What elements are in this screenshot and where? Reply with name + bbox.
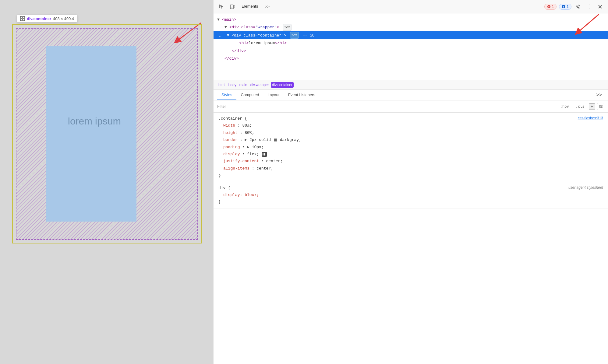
dom-line-close-container[interactable]: </div> <box>214 47 608 55</box>
rule-selector-ua: div { <box>218 186 230 190</box>
svg-rect-16 <box>599 105 600 106</box>
cls-filter-button[interactable]: .cls <box>573 104 587 109</box>
breadcrumb-divwrapper[interactable]: div.wrapper <box>249 82 270 88</box>
devtools-toolbar: Elements >> 1 1 <box>214 0 608 13</box>
errors-badge[interactable]: 1 <box>544 4 557 10</box>
warnings-count: 1 <box>567 5 569 9</box>
dom-line-close-wrapper[interactable]: </div> <box>214 55 608 62</box>
breadcrumb: html body main div.wrapper div.container <box>214 80 608 90</box>
lorem-ipsum-text: lorem ipsum <box>30 116 158 127</box>
css-rule-justify-content: justify-content : center; <box>223 158 603 165</box>
tooltip-element-name: div.container <box>27 16 51 21</box>
styles-content: .container { css-flexbox:313 width : 80%… <box>214 113 608 364</box>
panel-tabs: Styles Computed Layout Event Listeners >… <box>214 90 608 100</box>
svg-rect-17 <box>601 105 602 106</box>
svg-rect-3 <box>23 19 25 21</box>
dom-line-h1[interactable]: <h1>lorem ipsum</h1> <box>214 39 608 47</box>
elements-tab[interactable]: Elements <box>239 3 260 10</box>
element-state-icon <box>599 105 603 108</box>
svg-rect-19 <box>601 107 602 108</box>
more-tabs-button[interactable]: >> <box>263 2 271 11</box>
svg-rect-5 <box>234 6 235 8</box>
tooltip-dimensions: 408 × 490.4 <box>53 16 74 21</box>
warnings-badge[interactable]: 1 <box>559 4 571 10</box>
rule-container: .container { css-flexbox:313 width : 80%… <box>214 113 608 182</box>
tab-event-listeners[interactable]: Event Listeners <box>284 90 320 100</box>
breadcrumb-main[interactable]: main <box>238 82 249 88</box>
svg-rect-4 <box>230 5 233 9</box>
svg-rect-2 <box>20 19 22 21</box>
add-style-rule-button[interactable]: + <box>589 103 595 110</box>
svg-rect-20 <box>263 153 263 156</box>
rule-selector: .container { <box>218 116 247 121</box>
css-rule-display: display : flex; <box>223 151 603 158</box>
close-icon <box>598 5 602 9</box>
rule-source-ua: user agent stylesheet <box>568 184 603 191</box>
device-toggle-button[interactable] <box>228 2 237 11</box>
border-color-swatch[interactable] <box>274 138 277 142</box>
svg-point-13 <box>577 6 579 8</box>
rule-close-brace-ua: } <box>218 198 603 205</box>
rule-source-link[interactable]: css-flexbox:313 <box>578 115 603 122</box>
css-rule-align-items: align-items : center; <box>223 165 603 172</box>
flex-display-icon[interactable] <box>262 152 267 157</box>
rule-selector-ua-line: div { user agent stylesheet <box>218 184 603 191</box>
dom-line-container[interactable]: … ▼ <div class="container"> flex == $0 <box>214 31 608 39</box>
svg-rect-0 <box>20 16 22 18</box>
errors-count: 1 <box>552 5 554 9</box>
filter-bar: :hov .cls + <box>214 100 608 113</box>
svg-rect-18 <box>599 107 600 108</box>
svg-rect-1 <box>23 16 25 18</box>
filter-input[interactable] <box>217 104 555 109</box>
element-icon <box>20 16 25 21</box>
preview-area: div.container 408 × 490.4 lorem ipsum <box>0 0 213 364</box>
dom-line-main[interactable]: ▼ <main> <box>214 16 608 23</box>
filter-actions: :hov .cls + <box>558 103 604 110</box>
rule-div-ua: div { user agent stylesheet display: blo… <box>214 182 608 208</box>
tab-more[interactable]: >> <box>594 90 604 100</box>
breadcrumb-body[interactable]: body <box>227 82 238 88</box>
css-rule-height: height : 80%; <box>223 129 603 136</box>
svg-rect-21 <box>264 153 265 156</box>
hov-filter-button[interactable]: :hov <box>558 104 571 109</box>
element-tooltip: div.container 408 × 490.4 <box>17 15 77 23</box>
container-highlight <box>16 28 198 240</box>
inspect-element-button[interactable] <box>217 2 226 11</box>
svg-point-12 <box>564 7 564 8</box>
error-icon <box>547 5 551 9</box>
rule-selector-line: .container { css-flexbox:313 <box>218 115 603 122</box>
css-rule-padding: padding : ▶ 10px; <box>223 144 603 151</box>
tab-computed[interactable]: Computed <box>236 90 263 100</box>
rule-body: width : 80%; height : 80%; border : ▶ 2p… <box>218 122 603 172</box>
more-options-button[interactable]: ⋮ <box>585 2 593 11</box>
tab-layout[interactable]: Layout <box>263 90 284 100</box>
rule-close-brace: } <box>218 172 603 179</box>
rule-body-ua: display: block; <box>218 191 603 198</box>
breadcrumb-divcontainer[interactable]: div.container <box>271 82 294 88</box>
css-rule-width: width : 80%; <box>223 122 603 129</box>
gear-icon <box>576 4 581 9</box>
toggle-element-state-button[interactable] <box>597 103 604 110</box>
breadcrumb-html[interactable]: html <box>217 82 227 88</box>
dom-tree: ▼ <main> ▼ <div class="wrapper"> flex … … <box>214 13 608 80</box>
css-rule-border: border : ▶ 2px solid darkgray; <box>223 136 603 143</box>
close-devtools-button[interactable] <box>596 2 604 11</box>
message-icon <box>562 5 565 9</box>
settings-button[interactable] <box>574 2 582 11</box>
dom-line-wrapper[interactable]: ▼ <div class="wrapper"> flex <box>214 23 608 31</box>
css-rule-display-ua: display: block; <box>223 191 603 198</box>
devtools-panel: Elements >> 1 1 <box>213 0 608 364</box>
svg-rect-22 <box>266 153 266 156</box>
tab-styles[interactable]: Styles <box>217 90 236 100</box>
